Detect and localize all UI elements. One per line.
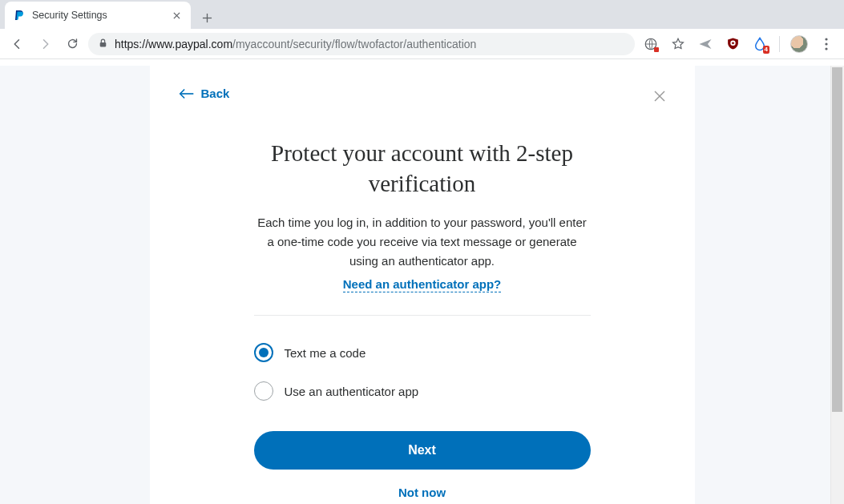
svg-point-13 bbox=[825, 42, 827, 45]
page-title: Protect your account with 2-step verific… bbox=[254, 139, 591, 199]
toolbar-separator bbox=[779, 36, 780, 52]
extension-drop-icon[interactable]: 4 bbox=[749, 33, 771, 55]
ublock-extension-icon[interactable] bbox=[721, 33, 744, 55]
svg-point-14 bbox=[825, 47, 827, 50]
section-divider bbox=[254, 315, 591, 316]
nav-forward-button[interactable] bbox=[34, 33, 56, 55]
url-text: https://www.paypal.com/myaccount/securit… bbox=[115, 38, 476, 50]
tab-strip: Security Settings bbox=[0, 0, 844, 29]
tab-close-icon[interactable] bbox=[170, 9, 183, 22]
content-card: Back Protect your account with 2-step ve… bbox=[150, 66, 695, 504]
radio-selected-icon bbox=[254, 343, 273, 362]
extension-badge: 4 bbox=[763, 46, 769, 54]
page-viewport: Back Protect your account with 2-step ve… bbox=[0, 66, 844, 504]
nav-reload-button[interactable] bbox=[61, 33, 83, 55]
radio-unselected-icon bbox=[254, 381, 273, 401]
back-link[interactable]: Back bbox=[179, 87, 666, 100]
svg-point-12 bbox=[825, 38, 827, 40]
vertical-scrollbar[interactable] bbox=[830, 66, 844, 504]
new-tab-button[interactable] bbox=[196, 6, 218, 29]
extension-plane-icon[interactable] bbox=[694, 33, 717, 55]
verification-options: Text me a code Use an authenticator app bbox=[254, 333, 591, 410]
profile-avatar[interactable] bbox=[788, 33, 810, 55]
close-dialog-button[interactable] bbox=[653, 90, 666, 106]
svg-rect-8 bbox=[100, 42, 107, 46]
scrollbar-thumb[interactable] bbox=[832, 67, 842, 412]
tab-title: Security Settings bbox=[32, 10, 164, 21]
translate-extension-icon[interactable] bbox=[640, 33, 662, 55]
lock-icon bbox=[98, 38, 108, 50]
page-description: Each time you log in, in addition to you… bbox=[254, 213, 591, 271]
option-text-me-label: Text me a code bbox=[285, 346, 366, 360]
paypal-favicon-icon bbox=[13, 9, 26, 22]
browser-toolbar: https://www.paypal.com/myaccount/securit… bbox=[0, 29, 844, 59]
svg-point-11 bbox=[732, 42, 734, 44]
address-bar[interactable]: https://www.paypal.com/myaccount/securit… bbox=[88, 33, 635, 55]
bookmark-star-icon[interactable] bbox=[667, 33, 689, 55]
option-text-me[interactable]: Text me a code bbox=[254, 333, 591, 372]
not-now-link[interactable]: Not now bbox=[254, 486, 591, 499]
nav-back-button[interactable] bbox=[6, 33, 29, 55]
option-authenticator-app[interactable]: Use an authenticator app bbox=[254, 372, 591, 410]
browser-menu-button[interactable] bbox=[815, 38, 838, 50]
browser-tab[interactable]: Security Settings bbox=[5, 2, 191, 29]
arrow-left-icon bbox=[179, 88, 195, 99]
option-authenticator-label: Use an authenticator app bbox=[285, 385, 419, 398]
back-label: Back bbox=[201, 87, 230, 100]
main-content: Protect your account with 2-step verific… bbox=[254, 139, 591, 499]
next-button[interactable]: Next bbox=[254, 431, 591, 470]
authenticator-help-link[interactable]: Need an authenticator app? bbox=[343, 277, 502, 292]
